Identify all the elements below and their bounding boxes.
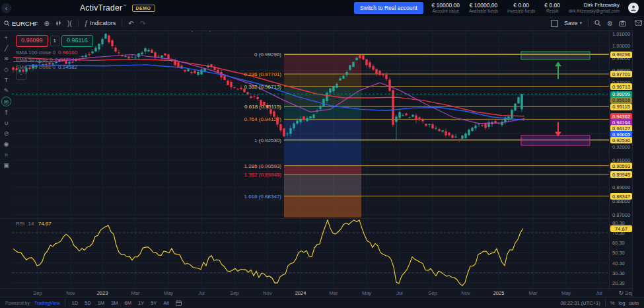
price-axis[interactable]: 1.010001.000000.990000.980000.970000.960…	[609, 30, 633, 288]
candle-body	[329, 89, 331, 93]
settings-button[interactable]: ⚙	[607, 20, 613, 27]
time-month-label[interactable]: Mar	[529, 290, 538, 296]
pattern-tool-icon[interactable]: ◇	[1, 65, 11, 74]
range-button-5y[interactable]: 5Y	[149, 299, 159, 307]
time-month-label[interactable]: May	[164, 290, 173, 296]
candle-body	[418, 118, 420, 120]
candle-body	[316, 110, 318, 112]
candle-body	[362, 56, 364, 60]
range-button-5d[interactable]: 5D	[83, 299, 93, 307]
messages-envelope-icon[interactable]	[635, 20, 642, 26]
undo-button[interactable]: ↶	[128, 20, 133, 27]
fib-band	[284, 196, 361, 217]
snapshot-button[interactable]	[619, 20, 626, 26]
reset-scale-icon[interactable]: ↻	[618, 289, 624, 296]
arrow-marker-tool-icon[interactable]: ↥	[1, 108, 11, 117]
quantity-field[interactable]: 1	[50, 36, 59, 46]
sell-button[interactable]: 0.96099	[16, 35, 48, 46]
candle-body	[425, 124, 427, 126]
candle-body	[497, 124, 499, 124]
measure-tool-icon[interactable]: ⌗	[1, 150, 11, 159]
upper-target-zone	[521, 52, 590, 59]
time-month-label[interactable]: Nov	[461, 290, 470, 296]
chart-type-button[interactable]	[55, 20, 61, 26]
axis-price-label: 0.97701	[610, 71, 632, 77]
indicator-row[interactable]: SMA 200 close 00.94582	[16, 64, 211, 71]
time-month-label[interactable]: Mar	[330, 290, 338, 296]
redo-button[interactable]: ↷	[140, 20, 145, 27]
hide-drawings-icon[interactable]: ◉	[1, 139, 11, 149]
save-layout-button[interactable]: Save ▾	[564, 20, 582, 26]
indicator-name: EMA 50 close 0	[16, 57, 53, 63]
user-info: Dirk Fritzewsky dirk.fritzewsky@gmail.co…	[569, 2, 620, 13]
range-button-6m[interactable]: 6M	[123, 299, 133, 307]
zoom-button[interactable]	[594, 20, 601, 26]
calendar-icon[interactable]	[176, 300, 182, 306]
rsi-name[interactable]: RSI	[16, 221, 24, 227]
time-month-label[interactable]: Jul	[596, 290, 602, 296]
delete-drawings-icon[interactable]: ▣	[1, 161, 11, 170]
brush-tool-icon[interactable]: ✎	[1, 86, 11, 95]
time-year-label[interactable]: 2024	[295, 290, 306, 296]
person-icon	[630, 5, 637, 11]
range-button-1m[interactable]: 1M	[96, 299, 106, 307]
time-year-label[interactable]: 2023	[97, 290, 108, 296]
toolbar-separator	[588, 19, 589, 27]
add-symbol-button[interactable]: ⊕	[44, 20, 50, 27]
time-month-label[interactable]: May	[362, 290, 371, 296]
buy-button[interactable]: 0.96116	[61, 35, 93, 46]
time-month-label[interactable]: May	[561, 290, 571, 296]
time-month-label[interactable]: Sep	[33, 290, 42, 296]
candle-body	[484, 124, 486, 128]
range-button-all[interactable]: All	[161, 299, 170, 307]
range-button-3m[interactable]: 3M	[109, 299, 120, 307]
candle-body	[299, 119, 301, 122]
collapse-panel-button[interactable]: ‹	[1, 3, 11, 13]
tradingview-link[interactable]: TradingView	[34, 301, 60, 305]
time-month-label[interactable]: Sep	[230, 290, 238, 296]
text-tool-icon[interactable]: T	[1, 75, 11, 85]
indicators-button[interactable]: ƒ Indicators	[85, 20, 116, 27]
scale-button-log[interactable]: log	[618, 300, 625, 306]
lock-drawings-icon[interactable]: ⊘	[1, 129, 11, 138]
time-month-label[interactable]: Jul	[396, 290, 403, 296]
avatar[interactable]	[628, 3, 639, 13]
fib-retracement-tool-icon[interactable]: ≋	[1, 54, 11, 63]
compare-button[interactable]: )(	[67, 20, 72, 27]
crosshair-tool-icon[interactable]: +	[1, 33, 11, 42]
symbol-search-button[interactable]: EURCHF	[4, 20, 38, 27]
candle-body	[504, 118, 506, 122]
time-month-label[interactable]: Mar	[131, 290, 140, 296]
lower-target-zone	[521, 135, 590, 145]
toolbar-separator	[122, 19, 122, 27]
range-button-1y[interactable]: 1Y	[136, 299, 146, 307]
scale-button-percent[interactable]: %	[610, 300, 615, 306]
long-position-tool-icon[interactable]: ◎	[1, 96, 11, 106]
legend-collapse-button[interactable]: ⌃	[16, 73, 26, 80]
candle-body	[322, 99, 324, 106]
axis-price-label: 0.90593	[610, 163, 632, 169]
indicator-row[interactable]: SMA 100 close 00.96160	[16, 50, 211, 56]
trendline-tool-icon[interactable]: ╱	[1, 44, 11, 53]
time-month-label[interactable]: Jul	[198, 290, 205, 296]
switch-to-real-account-button[interactable]: Switch to Real account	[354, 2, 423, 14]
time-year-label[interactable]: 2025	[493, 290, 505, 296]
scale-button-auto[interactable]: auto	[629, 300, 639, 306]
layout-button[interactable]	[551, 20, 558, 27]
indicator-row[interactable]: EMA 50 close 00.94794	[16, 57, 211, 63]
time-month-label[interactable]: Sep	[428, 290, 437, 296]
candle-body	[319, 106, 321, 108]
range-button-1d[interactable]: 1D	[70, 299, 81, 307]
candle-body	[283, 128, 285, 136]
clock[interactable]: 08:22:31 (UTC+1)	[560, 300, 600, 306]
time-month-label[interactable]: Nov	[263, 290, 271, 296]
fib-band	[284, 140, 361, 166]
fib-band	[284, 106, 361, 119]
candle-body	[507, 116, 509, 120]
axis-price-label: 0.99296	[610, 52, 632, 58]
candle-body	[253, 96, 255, 97]
magnet-tool-icon[interactable]: ∪	[1, 118, 11, 128]
candle-body	[286, 134, 288, 134]
time-month-label[interactable]: Nov	[66, 290, 75, 296]
candle-body	[395, 116, 397, 122]
